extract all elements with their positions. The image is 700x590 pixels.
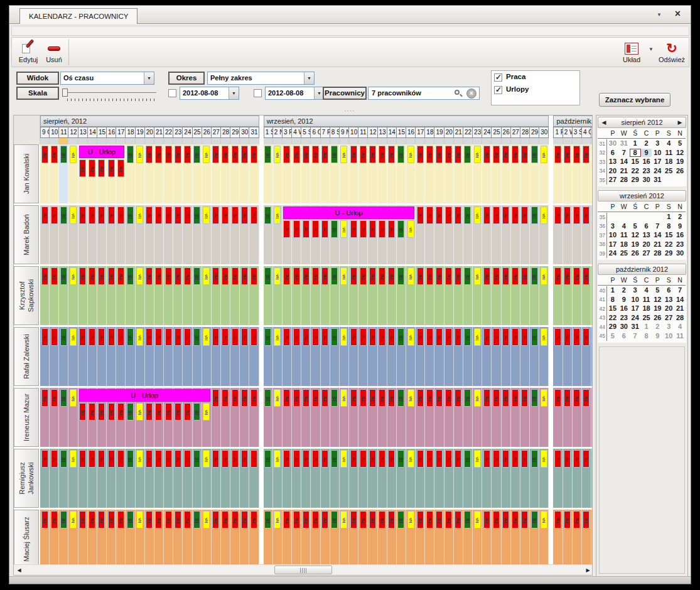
day-column[interactable]: P (283, 144, 292, 203)
day-entry-work[interactable]: P (222, 146, 229, 163)
day-column[interactable]: P (591, 388, 593, 447)
day-column[interactable]: P (311, 510, 320, 564)
day-entry-work[interactable]: P (573, 206, 580, 224)
day-column[interactable]: P (145, 510, 154, 564)
day-entry-work[interactable]: P (321, 450, 328, 468)
calendar-day[interactable]: 17 (630, 304, 641, 313)
day-entry-work[interactable]: P (564, 389, 571, 407)
day-column[interactable]: P (425, 327, 434, 386)
day-column[interactable]: P (154, 144, 164, 203)
day-entry-sat[interactable]: W (397, 328, 404, 346)
day-entry-work[interactable]: P (146, 267, 153, 285)
day-entry-sun[interactable]: Ś (274, 146, 281, 163)
day-entry-work[interactable]: P (293, 146, 300, 163)
layout-dropdown-icon[interactable]: ▼ (649, 46, 654, 52)
day-entry-work[interactable]: P (303, 328, 310, 346)
day-entry-sat[interactable]: W (264, 511, 271, 528)
day-entry-sat[interactable]: W (397, 450, 404, 468)
day-entry-work[interactable]: P (493, 267, 500, 285)
calendar-day[interactable]: 20 (607, 167, 618, 175)
calendar-day[interactable]: 10 (663, 332, 674, 340)
day-column[interactable]: P (50, 449, 59, 508)
calendar-day[interactable]: 1 (641, 323, 652, 331)
day-column[interactable]: P (283, 388, 292, 447)
day-entry-sun[interactable]: Ś (70, 389, 77, 407)
day-column[interactable]: P (358, 327, 368, 386)
day-entry-work[interactable]: P (321, 146, 328, 163)
day-column[interactable]: W (530, 205, 539, 264)
day-column[interactable]: P (582, 510, 591, 564)
day-column[interactable]: Ś (473, 205, 482, 264)
day-column[interactable]: Ś (136, 144, 145, 203)
employee-name-panel[interactable]: Krzysztof Sapkowski (14, 266, 39, 325)
day-column[interactable]: W (126, 205, 135, 264)
day-entry-sun[interactable]: Ś (136, 267, 143, 285)
day-entry-sun[interactable]: Ś (474, 450, 481, 468)
day-entry-work[interactable]: P (165, 403, 172, 421)
day-entry-work[interactable]: P (165, 206, 172, 224)
calendar-day[interactable]: 9 (652, 332, 663, 340)
day-column[interactable]: P (301, 449, 311, 508)
calendar-day[interactable]: 3 (663, 323, 674, 331)
day-entry-sat[interactable]: W (193, 511, 200, 528)
day-column[interactable]: P (434, 205, 444, 264)
day-entry-sat[interactable]: W (397, 511, 404, 528)
day-column[interactable]: P (221, 205, 230, 264)
day-column[interactable]: P (292, 388, 301, 447)
day-column[interactable]: P (292, 510, 301, 564)
day-entry-work[interactable]: P (312, 389, 319, 407)
day-entry-sat[interactable]: W (464, 389, 471, 407)
day-entry-work[interactable]: P (241, 511, 248, 528)
day-column[interactable]: P (591, 266, 593, 325)
day-entry-work[interactable]: P (303, 146, 310, 163)
day-column[interactable]: P (492, 388, 501, 447)
calendar-day[interactable]: 4 (663, 139, 674, 148)
day-entry-sun[interactable]: Ś (541, 146, 547, 163)
day-column[interactable]: W (397, 388, 406, 447)
day-column[interactable]: P (230, 266, 240, 325)
day-entry-work[interactable]: P (379, 389, 385, 407)
day-entry-work[interactable]: P (89, 450, 95, 468)
day-entry-work[interactable]: P (293, 511, 300, 528)
day-column[interactable]: P (221, 388, 230, 447)
day-entry-work[interactable]: P (369, 328, 376, 346)
day-column[interactable]: P (249, 205, 259, 264)
day-entry-sun[interactable]: Ś (474, 146, 481, 163)
day-column[interactable]: P (249, 510, 259, 564)
day-entry-work[interactable]: P (108, 403, 115, 421)
day-entry-sat[interactable]: W (531, 389, 538, 407)
day-entry-sun[interactable]: Ś (541, 511, 547, 528)
day-column[interactable]: P (116, 327, 126, 386)
day-column[interactable]: P (492, 266, 501, 325)
day-column[interactable]: P (311, 327, 320, 386)
day-entry-sun[interactable]: Ś (340, 220, 347, 238)
day-entry-work[interactable]: P (426, 146, 433, 163)
day-column[interactable]: P (221, 144, 230, 203)
day-column[interactable]: P (573, 510, 582, 564)
day-column[interactable]: P (482, 266, 492, 325)
day-column[interactable]: P (425, 449, 434, 508)
calendar-day[interactable]: 3 (607, 222, 618, 230)
day-column[interactable]: P (88, 327, 97, 386)
day-column[interactable]: P (349, 266, 358, 325)
calendar-day[interactable]: 26 (652, 314, 663, 322)
calendar-day[interactable]: 5 (652, 286, 663, 294)
day-column[interactable]: W (397, 144, 406, 203)
day-entry-sat[interactable]: W (264, 267, 271, 285)
day-entry-work[interactable]: P (283, 328, 290, 346)
day-entry-work[interactable]: P (350, 328, 357, 346)
day-entry-work[interactable]: P (321, 328, 328, 346)
day-column[interactable]: P (444, 388, 454, 447)
day-column[interactable]: P (368, 327, 377, 386)
day-entry-sun[interactable]: Ś (340, 511, 347, 528)
day-entry-work[interactable]: P (493, 206, 500, 224)
day-entry-work[interactable]: P (250, 206, 257, 224)
day-column[interactable]: P (511, 266, 520, 325)
day-column[interactable]: P (230, 449, 240, 508)
day-column[interactable]: P (50, 266, 59, 325)
day-entry-sun[interactable]: Ś (274, 328, 281, 346)
close-icon[interactable]: × (675, 8, 681, 19)
day-entry-work[interactable]: P (417, 267, 424, 285)
day-entry-work[interactable]: P (117, 206, 124, 224)
day-entry-sat[interactable]: W (331, 146, 338, 163)
